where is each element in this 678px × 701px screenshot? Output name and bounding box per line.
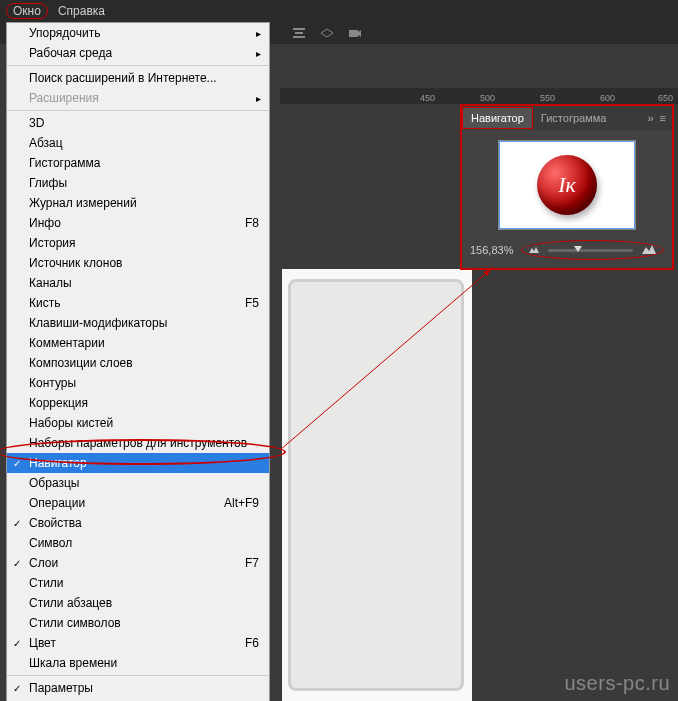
- menu-label: Упорядочить: [29, 26, 100, 40]
- menu-notes[interactable]: Комментарии: [7, 333, 269, 353]
- expand-icon[interactable]: »: [647, 112, 653, 124]
- menu-label: Рабочая среда: [29, 46, 112, 60]
- menu-label: Коррекция: [29, 396, 88, 410]
- menu-paths[interactable]: Контуры: [7, 373, 269, 393]
- menu-channels[interactable]: Каналы: [7, 273, 269, 293]
- menu-label: Символ: [29, 536, 72, 550]
- menu-brush[interactable]: КистьF5: [7, 293, 269, 313]
- zoom-slider-handle[interactable]: [574, 246, 582, 252]
- zoom-in-icon[interactable]: [641, 243, 657, 257]
- menu-label: Свойства: [29, 516, 82, 530]
- menu-label: 3D: [29, 116, 44, 130]
- menu-label: Гистограмма: [29, 156, 100, 170]
- menu-navigator[interactable]: Навигатор: [7, 453, 269, 473]
- menu-paragraph-styles[interactable]: Стили абзацев: [7, 593, 269, 613]
- shortcut: F6: [245, 636, 259, 650]
- menu-label: Кисть: [29, 296, 60, 310]
- 3d-mode-icon[interactable]: [318, 24, 336, 42]
- menu-separator: [7, 675, 269, 676]
- menubar-help[interactable]: Справка: [58, 4, 105, 18]
- canvas-object: [288, 279, 464, 691]
- menu-label: Глифы: [29, 176, 67, 190]
- menu-paragraph[interactable]: Абзац: [7, 133, 269, 153]
- navigator-viewport-box[interactable]: Iк: [499, 141, 635, 229]
- menu-label: Наборы кистей: [29, 416, 113, 430]
- menu-swatches[interactable]: Образцы: [7, 473, 269, 493]
- menu-workspace[interactable]: Рабочая среда: [7, 43, 269, 63]
- navigator-footer: 156,83%: [462, 236, 672, 268]
- zoom-slider[interactable]: [548, 249, 633, 252]
- menu-modifier-keys[interactable]: Клавиши-модификаторы: [7, 313, 269, 333]
- menu-label: Наборы параметров для инструментов: [29, 436, 247, 450]
- shortcut: F5: [245, 296, 259, 310]
- zoom-value[interactable]: 156,83%: [470, 244, 513, 256]
- menubar: Окно Справка: [0, 0, 678, 22]
- menu-label: Инфо: [29, 216, 61, 230]
- menu-character-styles[interactable]: Стили символов: [7, 613, 269, 633]
- ruler-tick-label: 500: [480, 93, 495, 103]
- svg-rect-1: [295, 32, 303, 34]
- menu-browse-extensions[interactable]: Поиск расширений в Интернете...: [7, 68, 269, 88]
- menu-info[interactable]: ИнфоF8: [7, 213, 269, 233]
- menu-measurement-log[interactable]: Журнал измерений: [7, 193, 269, 213]
- panel-tabs: Навигатор Гистограмма » ≡: [462, 106, 672, 130]
- menu-3d[interactable]: 3D: [7, 113, 269, 133]
- menu-label: Расширения: [29, 91, 99, 105]
- menu-timeline[interactable]: Шкала времени: [7, 653, 269, 673]
- window-menu-dropdown: Упорядочить Рабочая среда Поиск расширен…: [6, 22, 270, 701]
- menu-histogram[interactable]: Гистограмма: [7, 153, 269, 173]
- horizontal-ruler: 450 500 550 600 650: [280, 88, 678, 104]
- zoom-out-icon[interactable]: [528, 244, 540, 256]
- menu-actions[interactable]: ОперацииAlt+F9: [7, 493, 269, 513]
- menu-label: Операции: [29, 496, 85, 510]
- menu-layers[interactable]: СлоиF7: [7, 553, 269, 573]
- menu-label: История: [29, 236, 76, 250]
- align-icon[interactable]: [290, 24, 308, 42]
- menu-history[interactable]: История: [7, 233, 269, 253]
- menu-arrange[interactable]: Упорядочить: [7, 23, 269, 43]
- menu-label: Композиции слоев: [29, 356, 133, 370]
- ruler-tick-label: 450: [420, 93, 435, 103]
- menu-label: Навигатор: [29, 456, 87, 470]
- menu-label: Цвет: [29, 636, 56, 650]
- menu-adjustments[interactable]: Коррекция: [7, 393, 269, 413]
- menu-label: Каналы: [29, 276, 72, 290]
- tab-histogram[interactable]: Гистограмма: [533, 108, 615, 128]
- menu-tool-presets[interactable]: Наборы параметров для инструментов: [7, 433, 269, 453]
- menu-color[interactable]: ЦветF6: [7, 633, 269, 653]
- menu-clone-source[interactable]: Источник клонов: [7, 253, 269, 273]
- menu-label: Контуры: [29, 376, 76, 390]
- watermark: users-pc.ru: [564, 672, 670, 695]
- menu-label: Клавиши-модификаторы: [29, 316, 167, 330]
- preview-content-icon: Iк: [537, 155, 597, 215]
- menu-brush-presets[interactable]: Наборы кистей: [7, 413, 269, 433]
- menu-styles[interactable]: Стили: [7, 573, 269, 593]
- shortcut: F8: [245, 216, 259, 230]
- navigator-preview[interactable]: Iк: [498, 140, 636, 230]
- menu-label: Стили символов: [29, 616, 121, 630]
- shortcut: Alt+F9: [224, 496, 259, 510]
- menu-separator: [7, 110, 269, 111]
- menubar-window[interactable]: Окно: [6, 3, 48, 19]
- menu-label: Стили абзацев: [29, 596, 112, 610]
- ruler-tick-label: 600: [600, 93, 615, 103]
- panel-menu-icon[interactable]: ≡: [660, 112, 666, 124]
- menu-label: Комментарии: [29, 336, 105, 350]
- menu-label: Журнал измерений: [29, 196, 137, 210]
- menu-character[interactable]: Символ: [7, 533, 269, 553]
- ruler-tick-label: 550: [540, 93, 555, 103]
- camera-icon[interactable]: [346, 24, 364, 42]
- tab-navigator[interactable]: Навигатор: [462, 107, 533, 129]
- menu-label: Параметры: [29, 681, 93, 695]
- ruler-tick-label: 650: [658, 93, 673, 103]
- menu-separator: [7, 65, 269, 66]
- navigator-panel: Навигатор Гистограмма » ≡ Iк 156,83%: [460, 104, 674, 270]
- menu-label: Источник клонов: [29, 256, 122, 270]
- menu-options[interactable]: Параметры: [7, 678, 269, 698]
- svg-rect-3: [349, 30, 358, 37]
- shortcut: F7: [245, 556, 259, 570]
- menu-layer-comps[interactable]: Композиции слоев: [7, 353, 269, 373]
- menu-properties[interactable]: Свойства: [7, 513, 269, 533]
- svg-rect-0: [293, 28, 305, 30]
- menu-glyphs[interactable]: Глифы: [7, 173, 269, 193]
